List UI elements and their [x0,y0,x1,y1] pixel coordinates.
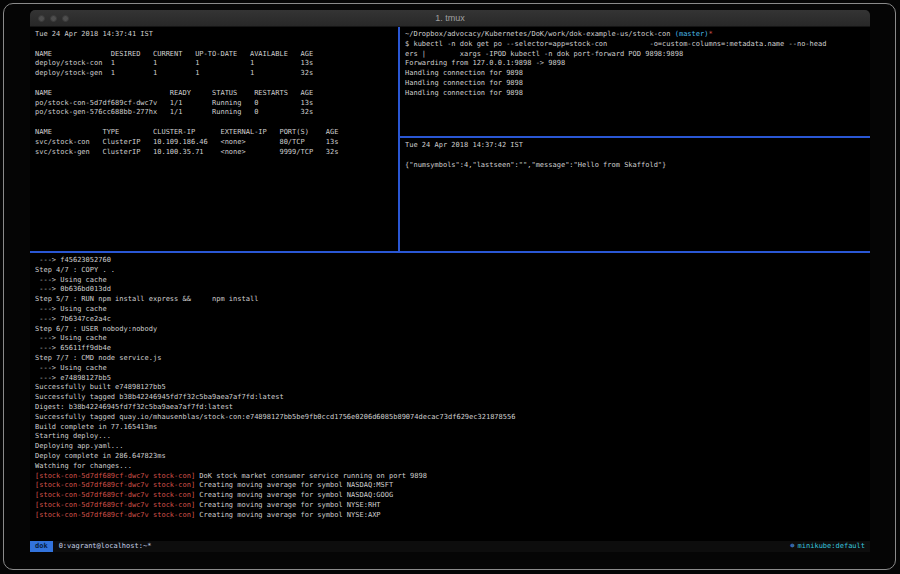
log-line: [stock-con-5d7df689cf-dwc7v stock-con] C… [35,491,870,501]
terminal-line: po/stock-con-5d7df689cf-dwc7v 1/1 Runnin… [35,99,398,109]
log-line: Successfully built e74898127bb5 [35,383,870,393]
log-text: Creating moving average for symbol NASDA… [195,481,393,489]
log-line: Watching for changes... [35,462,870,472]
log-line: Deploy complete in 286.647823ms [35,452,870,462]
log-text: ---> Using cache [35,305,107,313]
log-text: Creating moving average for symbol NASDA… [195,491,393,499]
terminal-line: po/stock-gen-576cc688bb-277hx 1/1 Runnin… [35,108,398,118]
log-text: ---> Using cache [35,334,107,342]
log-text: Build complete in 77.165413ms [35,423,157,431]
log-line: ---> 7b6347ce2a4c [35,315,870,325]
log-text: Step 6/7 : USER nobody:nobody [35,325,157,333]
log-text: DoK stock market consumer service runnin… [195,472,427,480]
git-dirty-marker: * [708,30,712,38]
tmux-status-right: ☸minikube:default [790,541,865,552]
pod-name-prefix: [stock-con-5d7df689cf-dwc7v stock-con] [35,491,195,499]
log-text: Creating moving average for symbol NYSE:… [195,511,380,519]
log-line: Step 4/7 : COPY . . [35,266,870,276]
log-text: Successfully built e74898127bb5 [35,383,166,391]
pod-name-prefix: [stock-con-5d7df689cf-dwc7v stock-con] [35,501,195,509]
log-line: Successfully tagged quay.io/mhausenblas/… [35,413,870,423]
window-titlebar[interactable]: 1. tmux [30,10,870,27]
log-text: Watching for changes... [35,462,132,470]
log-line: Step 7/7 : CMD node service.js [35,354,870,364]
log-line: Deploying app.yaml... [35,442,870,452]
log-text: ---> Using cache [35,364,107,372]
log-line: Digest: b38b42246945fd7f32c5ba9aea7af7fd… [35,403,870,413]
terminal-line [35,40,398,50]
log-line: ---> 0b636bd013dd [35,285,870,295]
log-text: ---> Using cache [35,276,107,284]
tmux-window-item[interactable]: 0:vagrant@localhost:~* [59,541,152,552]
terminal-line [35,79,398,89]
terminal-line: svc/stock-con ClusterIP 10.109.186.46 <n… [35,138,398,148]
log-text: Deploying app.yaml... [35,442,124,450]
log-line: ---> Using cache [35,364,870,374]
log-line: ---> Using cache [35,305,870,315]
log-line: [stock-con-5d7df689cf-dwc7v stock-con] D… [35,472,870,482]
log-line: ---> Using cache [35,334,870,344]
log-text: Starting deploy... [35,432,111,440]
log-text: Creating moving average for symbol NYSE:… [195,501,380,509]
screen: 1. tmux Tue 24 Apr 2018 14:37:41 IST NAM… [0,0,900,574]
pod-name-prefix: [stock-con-5d7df689cf-dwc7v stock-con] [35,481,195,489]
terminal-line: svc/stock-gen ClusterIP 10.100.35.71 <no… [35,148,398,158]
log-text: Step 5/7 : RUN npm install express && np… [35,295,258,303]
log-text: ---> 7b6347ce2a4c [35,315,111,323]
pod-name-prefix: [stock-con-5d7df689cf-dwc7v stock-con] [35,511,195,519]
git-branch-label: (master) [675,30,709,38]
terminal-line: Handling connection for 9898 [405,69,870,79]
tmux-session-name[interactable]: dok [30,541,53,552]
terminal-line: ers | xargs -IPOD kubectl -n dok port-fo… [405,50,870,60]
pane-kubectl-watch[interactable]: Tue 24 Apr 2018 14:37:41 IST NAME DESIRE… [30,27,398,251]
terminal: Tue 24 Apr 2018 14:37:41 IST NAME DESIRE… [30,27,870,552]
log-line: [stock-con-5d7df689cf-dwc7v stock-con] C… [35,481,870,491]
log-text: Deploy complete in 286.647823ms [35,452,166,460]
pod-name-prefix: [stock-con-5d7df689cf-dwc7v stock-con] [35,472,195,480]
log-line: Successfully tagged b38b42246945fd7f32c5… [35,393,870,403]
log-text: ---> 0b636bd013dd [35,285,111,293]
terminal-line: Handling connection for 9898 [405,89,870,99]
terminal-line [405,151,870,161]
log-line: ---> 65611ff9db4e [35,344,870,354]
log-line: [stock-con-5d7df689cf-dwc7v stock-con] C… [35,501,870,511]
terminal-line: NAME DESIRED CURRENT UP-TO-DATE AVAILABL… [35,50,398,60]
log-line: Step 5/7 : RUN npm install express && np… [35,295,870,305]
window-title: 1. tmux [30,13,870,23]
log-line: ---> e74898127bb5 [35,374,870,384]
log-text: Step 7/7 : CMD node service.js [35,354,161,362]
log-text: Step 4/7 : COPY . . [35,266,115,274]
terminal-line: $ kubectl -n dok get po --selector=app=s… [405,40,870,50]
terminal-line: Tue 24 Apr 2018 14:37:42 IST [405,141,870,151]
log-line: Build complete in 77.165413ms [35,423,870,433]
log-text: Digest: b38b42246945fd7f32c5ba9aea7af7fd… [35,403,233,411]
pane-skaffold-log[interactable]: ---> f45623052760 Step 4/7 : COPY . . --… [30,253,870,541]
cwd-path: ~/Dropbox/advocacy/Kubernetes/DoK/work/d… [405,30,675,38]
pane-curl-output[interactable]: Tue 24 Apr 2018 14:37:42 IST {"numsymbol… [400,138,870,251]
terminal-window: 1. tmux Tue 24 Apr 2018 14:37:41 IST NAM… [30,10,870,552]
pane-port-forward[interactable]: ~/Dropbox/advocacy/Kubernetes/DoK/work/d… [400,27,870,136]
tmux-status-bar: dok 0:vagrant@localhost:~* ☸minikube:def… [30,541,870,552]
terminal-line: {"numsymbols":4,"lastseen":"","message":… [405,161,870,171]
log-text: Successfully tagged quay.io/mhausenblas/… [35,413,515,421]
kubernetes-helm-icon: ☸ [790,542,794,550]
kube-context-label: minikube:default [798,542,865,550]
log-line: Starting deploy... [35,432,870,442]
log-text: Successfully tagged b38b42246945fd7f32c5… [35,393,284,401]
log-text: ---> 65611ff9db4e [35,344,111,352]
log-text: ---> f45623052760 [35,256,111,264]
terminal-line: NAME TYPE CLUSTER-IP EXTERNAL-IP PORT(S)… [35,128,398,138]
terminal-line: Forwarding from 127.0.0.1:9898 -> 9898 [405,59,870,69]
terminal-line: deploy/stock-con 1 1 1 1 13s [35,59,398,69]
terminal-line [35,118,398,128]
log-line: ---> Using cache [35,276,870,286]
terminal-line: NAME READY STATUS RESTARTS AGE [35,89,398,99]
terminal-line: deploy/stock-gen 1 1 1 1 32s [35,69,398,79]
log-line: [stock-con-5d7df689cf-dwc7v stock-con] C… [35,511,870,521]
prompt-path-line: ~/Dropbox/advocacy/Kubernetes/DoK/work/d… [405,30,870,40]
log-line: Step 6/7 : USER nobody:nobody [35,325,870,335]
terminal-line: Handling connection for 9898 [405,79,870,89]
log-line: ---> f45623052760 [35,256,870,266]
terminal-line: Tue 24 Apr 2018 14:37:41 IST [35,30,398,40]
log-text: ---> e74898127bb5 [35,374,111,382]
